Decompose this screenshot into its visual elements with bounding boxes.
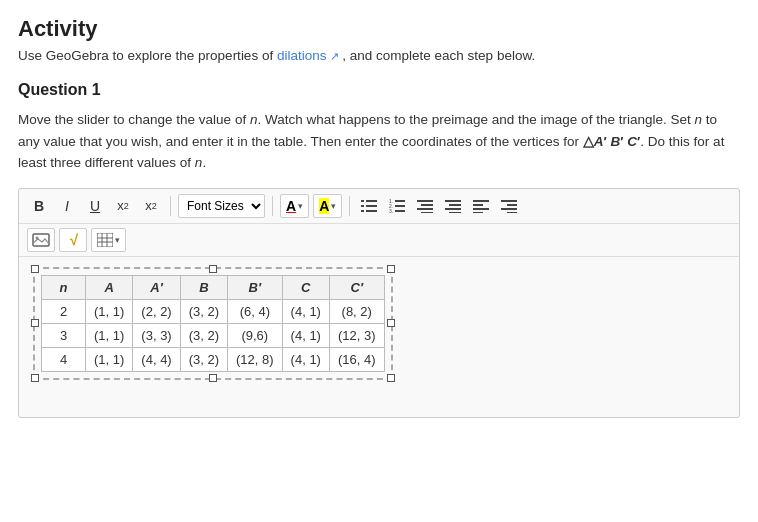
table-cell[interactable]: (3, 2): [180, 347, 227, 371]
table-cell[interactable]: (2, 2): [133, 299, 180, 323]
formula-icon: √: [69, 231, 77, 248]
table-header-A: A′: [133, 275, 180, 299]
table-arrow: ▾: [115, 235, 120, 245]
svg-rect-19: [449, 212, 461, 213]
formula-button[interactable]: √: [59, 228, 87, 252]
svg-rect-27: [507, 212, 517, 213]
bold-button[interactable]: B: [27, 194, 51, 218]
highlight-arrow: ▾: [331, 201, 336, 211]
table-icon: [97, 233, 113, 247]
highlight-button[interactable]: A ▾: [313, 194, 342, 218]
svg-rect-12: [417, 200, 433, 202]
table-header-C: C: [282, 275, 329, 299]
handle-bl[interactable]: [31, 374, 39, 382]
table-cell[interactable]: (4, 4): [133, 347, 180, 371]
svg-rect-21: [473, 204, 483, 206]
svg-rect-13: [421, 204, 433, 206]
handle-br[interactable]: [387, 374, 395, 382]
superscript-button[interactable]: x2: [111, 194, 135, 218]
handle-bm[interactable]: [209, 374, 217, 382]
font-color-icon: A: [286, 198, 296, 214]
font-sizes-select[interactable]: Font Sizes: [178, 194, 265, 218]
toolbar-sep1: [170, 196, 171, 216]
ol-button[interactable]: 1. 2. 3.: [385, 194, 409, 218]
table-row: 4(1, 1)(4, 4)(3, 2)(12, 8)(4, 1)(16, 4): [42, 347, 385, 371]
align-left-button[interactable]: [469, 194, 493, 218]
table-cell[interactable]: (4, 1): [282, 347, 329, 371]
table-cell[interactable]: (12, 8): [228, 347, 283, 371]
svg-rect-23: [473, 212, 483, 213]
table-header-row: nAA′BB′CC′: [42, 275, 385, 299]
table-cell[interactable]: (8, 2): [329, 299, 384, 323]
svg-rect-22: [473, 208, 489, 210]
q-n2: n: [694, 112, 702, 127]
data-table: nAA′BB′CC′ 2(1, 1)(2, 2)(3, 2)(6, 4)(4, …: [41, 275, 385, 372]
handle-tm[interactable]: [209, 265, 217, 273]
align-right-icon: [501, 199, 517, 213]
table-cell[interactable]: (1, 1): [86, 347, 133, 371]
table-button[interactable]: ▾: [91, 228, 126, 252]
svg-rect-14: [417, 208, 433, 210]
toolbar-sep3: [349, 196, 350, 216]
svg-rect-11: [395, 210, 405, 212]
question-body: Move the slider to change the value of n…: [18, 109, 740, 174]
indent-icon: [445, 199, 461, 213]
svg-rect-2: [361, 205, 364, 207]
table-header-C: C′: [329, 275, 384, 299]
outdent-icon: [417, 199, 433, 213]
image-icon: [32, 233, 50, 247]
svg-rect-9: [395, 205, 405, 207]
svg-rect-18: [445, 208, 461, 210]
indent-button[interactable]: [441, 194, 465, 218]
svg-rect-4: [361, 210, 364, 212]
q-body2: . Watch what happens to the preimage and…: [257, 112, 694, 127]
font-color-button[interactable]: A ▾: [280, 194, 309, 218]
table-cell[interactable]: (3, 3): [133, 323, 180, 347]
image-button[interactable]: [27, 228, 55, 252]
table-cell[interactable]: (1, 1): [86, 299, 133, 323]
italic-button[interactable]: I: [55, 194, 79, 218]
table-wrapper: nAA′BB′CC′ 2(1, 1)(2, 2)(3, 2)(6, 4)(4, …: [33, 267, 393, 380]
outdent-button[interactable]: [413, 194, 437, 218]
toolbar-row1: B I U x2 x2 Font Sizes A ▾ A ▾: [19, 189, 739, 224]
align-left-icon: [473, 199, 489, 213]
editor-container: B I U x2 x2 Font Sizes A ▾ A ▾: [18, 188, 740, 418]
handle-tr[interactable]: [387, 265, 395, 273]
ul-icon: [361, 199, 377, 213]
table-cell[interactable]: (3, 2): [180, 299, 227, 323]
table-cell[interactable]: (1, 1): [86, 323, 133, 347]
table-cell[interactable]: (6, 4): [228, 299, 283, 323]
handle-mr[interactable]: [387, 319, 395, 327]
page-title: Activity: [18, 16, 740, 42]
table-cell[interactable]: (9,6): [228, 323, 283, 347]
editor-content[interactable]: nAA′BB′CC′ 2(1, 1)(2, 2)(3, 2)(6, 4)(4, …: [19, 257, 739, 417]
underline-button[interactable]: U: [83, 194, 107, 218]
handle-tl[interactable]: [31, 265, 39, 273]
align-right-button[interactable]: [497, 194, 521, 218]
table-cell[interactable]: (4, 1): [282, 299, 329, 323]
toolbar-sep2: [272, 196, 273, 216]
table-header-B: B′: [228, 275, 283, 299]
table-row: 3(1, 1)(3, 3)(3, 2)(9,6)(4, 1)(12, 3): [42, 323, 385, 347]
table-cell[interactable]: 3: [42, 323, 86, 347]
svg-rect-1: [366, 200, 377, 202]
dilations-link[interactable]: dilations: [277, 48, 339, 63]
q-body5: .: [202, 155, 206, 170]
subscript-button[interactable]: x2: [139, 194, 163, 218]
ul-button[interactable]: [357, 194, 381, 218]
svg-rect-0: [361, 200, 364, 202]
font-color-arrow: ▾: [298, 201, 303, 211]
q-triangle: △A′ B′ C′: [583, 134, 641, 149]
table-cell[interactable]: (3, 2): [180, 323, 227, 347]
table-cell[interactable]: (12, 3): [329, 323, 384, 347]
table-cell[interactable]: 4: [42, 347, 86, 371]
svg-rect-24: [501, 200, 517, 202]
subtitle: Use GeoGebra to explore the properties o…: [18, 48, 740, 63]
handle-ml[interactable]: [31, 319, 39, 327]
subtitle-text: Use GeoGebra to explore the properties o…: [18, 48, 273, 63]
svg-rect-25: [507, 204, 517, 206]
svg-rect-17: [449, 204, 461, 206]
table-cell[interactable]: 2: [42, 299, 86, 323]
table-cell[interactable]: (16, 4): [329, 347, 384, 371]
table-cell[interactable]: (4, 1): [282, 323, 329, 347]
